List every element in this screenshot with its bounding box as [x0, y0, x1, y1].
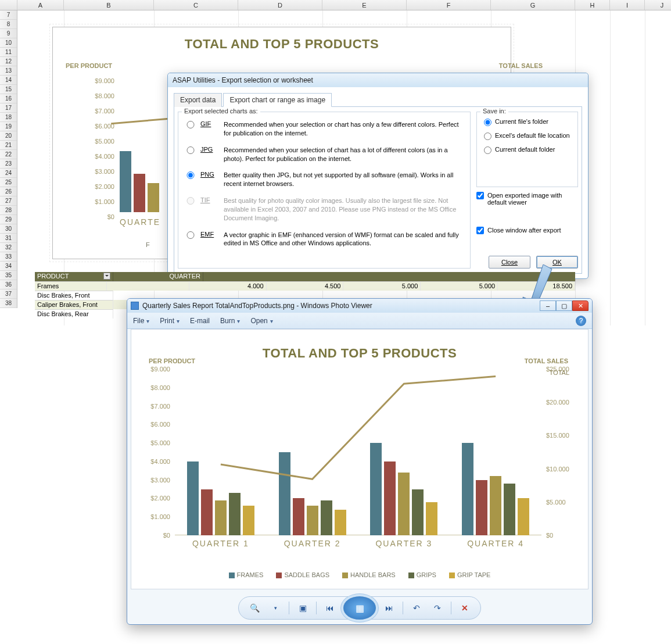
check-open-viewer[interactable] [476, 192, 484, 199]
savein-radio[interactable] [484, 119, 491, 126]
slideshow-button[interactable]: ▦ [343, 596, 376, 620]
row-header[interactable]: 33 [0, 252, 17, 262]
tab-export-data[interactable]: Export data [174, 93, 222, 107]
col-header[interactable]: H [575, 0, 610, 10]
ok-button[interactable]: OK [536, 256, 578, 269]
col-header[interactable]: B [64, 0, 154, 10]
row-header[interactable]: 21 [0, 141, 17, 150]
menu-file[interactable]: File [133, 317, 149, 325]
row-header[interactable]: 16 [0, 94, 17, 103]
check-close-after-row[interactable]: Close window after export [476, 227, 578, 234]
separator [451, 602, 451, 614]
col-quarter[interactable]: QUARTER [113, 272, 203, 281]
format-radio[interactable] [186, 171, 195, 179]
ytick-right: $10.000 [541, 466, 569, 473]
row-header[interactable]: 22 [0, 150, 17, 159]
col-header[interactable]: A [17, 0, 64, 10]
row-header[interactable]: 34 [0, 262, 17, 271]
row-header[interactable]: 19 [0, 122, 17, 131]
rotate-cw-icon[interactable]: ↷ [430, 600, 445, 616]
prev-icon[interactable]: ⏮ [322, 600, 338, 616]
format-option-emf[interactable]: EMFA vector graphic in EMF (enhanced ver… [186, 231, 464, 248]
row-headers: 7891011121314151617181920212223242526272… [0, 10, 17, 308]
savein-radio[interactable] [484, 146, 491, 154]
col-header[interactable]: F [407, 0, 491, 10]
top-total-line-fragment [111, 118, 169, 125]
col-product[interactable]: PRODUCT [35, 272, 113, 281]
row-header[interactable]: 17 [0, 103, 17, 113]
col-header[interactable]: D [238, 0, 322, 10]
format-option-jpg[interactable]: JPGRecommended when your selection of ch… [186, 146, 464, 163]
menu-e-mail[interactable]: E-mail [190, 317, 210, 325]
pv-image-canvas: TOTAL AND TOP 5 PRODUCTS PER PRODUCT TOT… [131, 329, 589, 589]
row-header[interactable]: 32 [0, 243, 17, 252]
row-header[interactable]: 37 [0, 289, 17, 299]
col-header[interactable]: J [645, 0, 671, 10]
row-header[interactable]: 7 [0, 10, 17, 20]
savein-radio[interactable] [484, 133, 491, 140]
row-header[interactable]: 24 [0, 169, 17, 178]
pv-titlebar[interactable]: Quarterly Sales Report TotalAndTopProduc… [127, 299, 592, 313]
row-header[interactable]: 12 [0, 57, 17, 66]
row-header[interactable]: 20 [0, 131, 17, 141]
format-radio[interactable] [186, 146, 195, 154]
row-header[interactable]: 14 [0, 76, 17, 85]
close-button[interactable]: Close [489, 256, 530, 269]
row-header[interactable]: 27 [0, 196, 17, 206]
next-icon[interactable]: ⏭ [382, 600, 397, 616]
format-option-gif[interactable]: GIFRecommended when your selection or ch… [186, 120, 464, 138]
menu-open[interactable]: Open [250, 317, 272, 325]
pv-menubar: FilePrintE-mailBurnOpen? [127, 313, 592, 329]
maximize-button[interactable]: ▢ [556, 300, 572, 311]
menu-burn[interactable]: Burn [220, 317, 240, 325]
savein-option[interactable]: Excel's default file location [484, 132, 572, 140]
row-header[interactable]: 9 [0, 29, 17, 38]
row-header[interactable]: 36 [0, 280, 17, 289]
row-header[interactable]: 15 [0, 85, 17, 94]
row-header[interactable]: 11 [0, 48, 17, 57]
row-header[interactable]: 18 [0, 113, 17, 122]
format-option-png[interactable]: PNGBetter quality then JPG, but not yet … [186, 171, 464, 188]
savein-option[interactable]: Current default folder [484, 146, 572, 154]
row-header[interactable]: 23 [0, 159, 17, 169]
rotate-ccw-icon[interactable]: ↶ [409, 600, 424, 616]
zoom-icon[interactable]: 🔍 [247, 600, 262, 616]
menu-print[interactable]: Print [160, 317, 180, 325]
row-header[interactable]: 8 [0, 20, 17, 29]
tab-export-chart[interactable]: Export chart or range as image [223, 93, 332, 107]
check-close-after-label: Close window after export [487, 227, 561, 234]
ytick-left: $3.000 [150, 477, 175, 484]
check-close-after[interactable] [476, 227, 484, 234]
legend-item: HANDLE BARS [342, 571, 396, 578]
row-header[interactable]: 31 [0, 234, 17, 243]
delete-icon[interactable]: ✕ [457, 600, 472, 616]
check-open-viewer-row[interactable]: Open exported image with default viewer [476, 192, 578, 206]
row-header[interactable]: 29 [0, 215, 17, 224]
zoom-dropdown-icon[interactable]: ▾ [268, 600, 283, 616]
row-header[interactable]: 26 [0, 187, 17, 196]
ytick: $4.000 [82, 153, 114, 160]
col-header[interactable]: C [154, 0, 238, 10]
col-header[interactable]: I [610, 0, 645, 10]
dialog-titlebar[interactable]: ASAP Utilities - Export selection or wor… [168, 73, 588, 87]
ytick: $5.000 [82, 138, 114, 145]
table-row[interactable]: Frames 4.000 4.500 5.000 5.000 18.500 [35, 281, 575, 291]
format-radio[interactable] [186, 121, 195, 128]
row-header[interactable]: 38 [0, 299, 17, 308]
row-header[interactable]: 13 [0, 66, 17, 76]
row-header[interactable]: 35 [0, 271, 17, 280]
col-header[interactable]: G [491, 0, 575, 10]
row-header[interactable]: 25 [0, 178, 17, 187]
total-line-label: TOTAL [550, 369, 569, 376]
format-radio[interactable] [186, 231, 195, 239]
filter-icon[interactable] [103, 273, 110, 280]
col-header[interactable]: E [322, 0, 407, 10]
row-header[interactable]: 30 [0, 224, 17, 234]
row-header[interactable]: 10 [0, 38, 17, 48]
savein-option[interactable]: Current file's folder [484, 118, 572, 126]
close-window-button[interactable]: ✕ [572, 300, 589, 311]
help-icon[interactable]: ? [576, 316, 586, 326]
fit-screen-icon[interactable]: ▣ [295, 600, 310, 616]
row-header[interactable]: 28 [0, 206, 17, 215]
minimize-button[interactable]: – [540, 300, 556, 311]
